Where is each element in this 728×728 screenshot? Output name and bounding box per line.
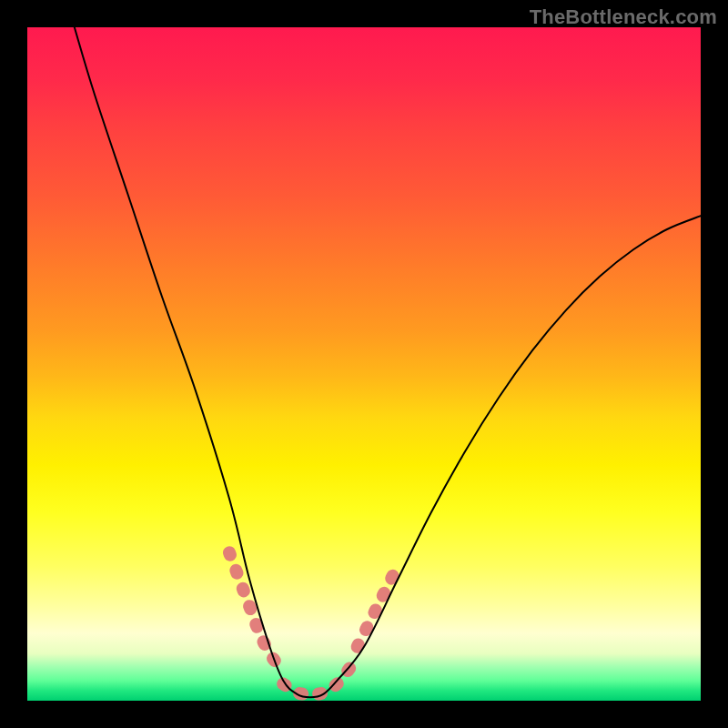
bottom-pink-band [283, 667, 350, 694]
chart-svg [27, 27, 701, 701]
plot-area [27, 27, 701, 701]
chart-container: TheBottleneck.com [0, 0, 728, 728]
right-pink-band [358, 566, 398, 647]
left-pink-band [229, 552, 280, 667]
watermark-text: TheBottleneck.com [530, 5, 717, 29]
highlight-layer [229, 552, 398, 693]
